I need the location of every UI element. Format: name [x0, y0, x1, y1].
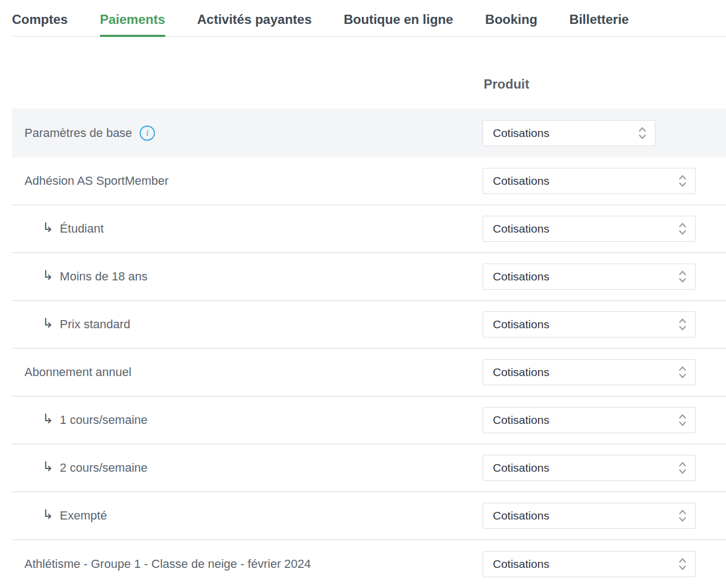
row-label-text: Moins de 18 ans [60, 270, 147, 284]
row-label-text: Exempté [60, 509, 107, 523]
select-chevron-icon [678, 365, 687, 379]
select-chevron-icon [678, 174, 687, 188]
row-label: Paramètres de base i [12, 126, 155, 141]
table-row-parametres-de-base: Paramètres de base i Cotisations [12, 109, 726, 158]
product-select-value: Cotisations [493, 366, 549, 379]
table-row-prix-standard: ↳ Prix standard Cotisations [12, 301, 726, 349]
product-select-value: Cotisations [493, 174, 549, 187]
product-select[interactable]: Cotisations [483, 503, 696, 529]
select-chevron-icon [678, 557, 687, 571]
row-label: ↳ Moins de 18 ans [12, 270, 148, 284]
payment-products-table: Paramètres de base i Cotisations Adhésio… [12, 109, 726, 588]
product-select[interactable]: Cotisations [483, 455, 696, 481]
row-label: ↳ 2 cours/semaine [12, 461, 148, 475]
tab-activites-payantes[interactable]: Activités payantes [197, 11, 312, 37]
table-row-2-cours-semaine: ↳ 2 cours/semaine Cotisations [12, 445, 726, 492]
select-chevron-icon [678, 270, 687, 284]
table-row-1-cours-semaine: ↳ 1 cours/semaine Cotisations [12, 397, 726, 445]
tab-paiements[interactable]: Paiements [100, 11, 165, 37]
product-select-value: Cotisations [493, 414, 549, 427]
product-select[interactable]: Cotisations [483, 551, 696, 577]
product-select[interactable]: Cotisations [483, 407, 696, 433]
row-label: ↳ Exempté [12, 509, 107, 523]
info-icon[interactable]: i [140, 126, 155, 141]
table-row-athletisme-groupe-1: Athlétisme - Groupe 1 - Classe de neige … [12, 540, 726, 588]
tab-billetterie[interactable]: Billetterie [569, 11, 629, 37]
row-label: ↳ Prix standard [12, 317, 130, 331]
row-label: Abonnement annuel [12, 365, 132, 379]
select-chevron-icon [678, 317, 687, 331]
table-row-adhesion-as-sportmember: Adhésion AS SportMember Cotisations [12, 158, 726, 205]
product-select[interactable]: Cotisations [483, 359, 696, 385]
sub-item-arrow-icon: ↳ [42, 221, 53, 234]
product-select[interactable]: Cotisations [483, 120, 655, 146]
product-select[interactable]: Cotisations [483, 264, 696, 290]
product-column-header: Produit [0, 77, 726, 91]
row-label-text: 1 cours/semaine [60, 413, 147, 427]
row-label-text: 2 cours/semaine [60, 461, 147, 475]
tab-comptes[interactable]: Comptes [12, 11, 68, 37]
row-label-text: Paramètres de base [24, 126, 132, 140]
tab-boutique-en-ligne[interactable]: Boutique en ligne [344, 11, 453, 37]
row-label: Athlétisme - Groupe 1 - Classe de neige … [12, 557, 311, 571]
sub-item-arrow-icon: ↳ [42, 460, 53, 473]
sub-item-arrow-icon: ↳ [42, 412, 53, 426]
product-select[interactable]: Cotisations [483, 168, 696, 194]
select-chevron-icon [678, 222, 687, 236]
product-select-value: Cotisations [493, 509, 549, 522]
product-select-value: Cotisations [493, 270, 549, 283]
product-select-value: Cotisations [493, 127, 549, 140]
product-select-value: Cotisations [493, 558, 549, 571]
product-select-value: Cotisations [493, 318, 549, 331]
row-label-text: Athlétisme - Groupe 1 - Classe de neige … [24, 557, 311, 571]
row-label: Adhésion AS SportMember [12, 174, 168, 188]
product-select[interactable]: Cotisations [483, 216, 696, 242]
table-row-abonnement-annuel: Abonnement annuel Cotisations [12, 349, 726, 397]
tab-booking[interactable]: Booking [485, 11, 537, 37]
row-label: ↳ 1 cours/semaine [12, 413, 148, 427]
row-label-text: Étudiant [60, 222, 104, 236]
select-chevron-icon [678, 461, 687, 475]
select-chevron-icon [678, 509, 687, 523]
row-label-text: Abonnement annuel [24, 365, 132, 379]
select-chevron-icon [678, 413, 687, 427]
sub-item-arrow-icon: ↳ [42, 269, 53, 282]
table-row-etudiant: ↳ Étudiant Cotisations [12, 205, 726, 253]
row-label: ↳ Étudiant [12, 222, 104, 236]
sub-item-arrow-icon: ↳ [42, 508, 53, 521]
sub-item-arrow-icon: ↳ [42, 317, 53, 330]
product-select-value: Cotisations [493, 461, 549, 474]
product-select-value: Cotisations [493, 222, 549, 235]
row-label-text: Prix standard [60, 317, 130, 331]
table-row-moins-de-18-ans: ↳ Moins de 18 ans Cotisations [12, 253, 726, 301]
select-chevron-icon [638, 126, 647, 140]
product-select[interactable]: Cotisations [483, 311, 696, 337]
top-tab-bar: Comptes Paiements Activités payantes Bou… [0, 0, 726, 37]
table-row-exempte: ↳ Exempté Cotisations [12, 492, 726, 540]
row-label-text: Adhésion AS SportMember [24, 174, 168, 188]
